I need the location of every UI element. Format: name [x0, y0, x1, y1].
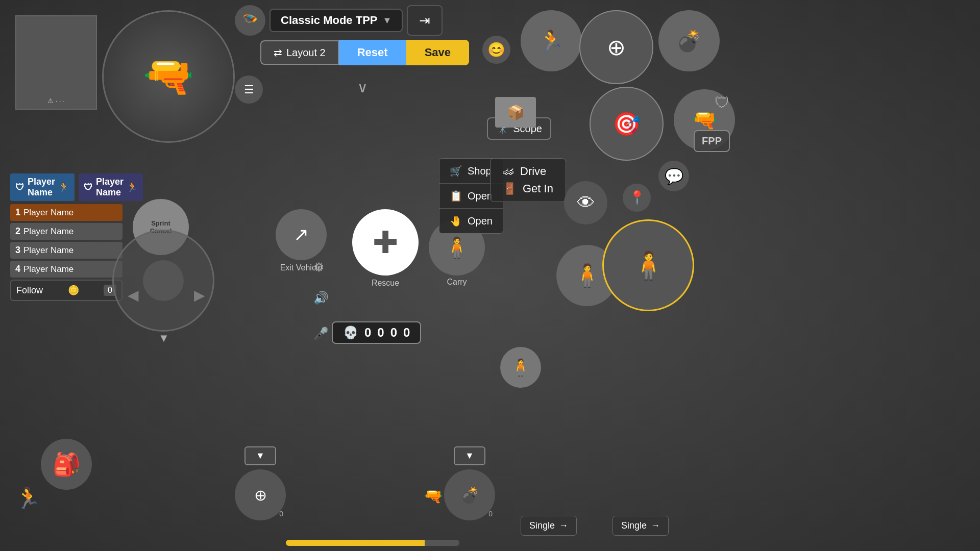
export-button[interactable]: ⇥ [407, 5, 443, 36]
menu-icon-button[interactable]: ☰ [235, 76, 263, 104]
player-num-4: 4 [15, 264, 20, 274]
pistol-icon: 🔫 [424, 487, 443, 505]
sound-icon-button[interactable]: 🔊 [313, 291, 329, 305]
shop-label: Shop [468, 165, 492, 177]
player-entry-2[interactable]: 2 Player Name [10, 223, 122, 240]
save-button[interactable]: Save [406, 40, 469, 65]
player-entry-3[interactable]: 3 Player Name [10, 242, 122, 259]
shield-right-icon: 🛡 [715, 94, 730, 112]
chat-button[interactable]: 💬 [658, 161, 689, 191]
grenade-icon: 💣 [460, 486, 479, 504]
player-tab-1[interactable]: 🛡 Player Name 🏃 [10, 173, 75, 201]
ammo-counter: 💀 0 0 0 0 [332, 321, 421, 344]
fpp-label: FPP [702, 135, 722, 146]
player-tab-2[interactable]: 🛡 Player Name 🏃 [79, 173, 143, 201]
player-name-4: Player Name [23, 264, 74, 274]
backpack-icon[interactable]: 🎒 [41, 439, 92, 490]
gear-icon-button[interactable]: ⚙ [313, 260, 325, 274]
supply-icon: 📦 [507, 104, 525, 121]
mic-icon-button[interactable]: 🎤 [313, 327, 329, 341]
person-run-icon: 🏃 [15, 486, 41, 510]
ammo-val-4: 0 [403, 325, 410, 340]
grenade-button[interactable]: 💣 0 [444, 469, 495, 520]
drive-label: Drive [520, 165, 546, 178]
open-icon-1: 📋 [450, 190, 462, 202]
joystick-inner [143, 260, 184, 301]
fire-mode-left-arrow: → [559, 520, 568, 531]
parachute-icon: 🪂 [242, 13, 258, 28]
rescue-button[interactable]: ✚ [352, 209, 419, 276]
chevron-down-center[interactable]: ∨ [357, 79, 368, 96]
preview-box: ⚠ · · · [15, 15, 97, 110]
fire-mode-right-label: Single [621, 520, 647, 531]
reset-label: Reset [357, 46, 388, 59]
backpack-glyph: 🎒 [53, 451, 81, 478]
hud-grenade[interactable]: 💣 [658, 10, 720, 71]
bottom-dropdown-left[interactable]: ▼ [244, 446, 276, 465]
layout-label: Layout 2 [286, 47, 326, 59]
parachute-button[interactable]: 🪂 [235, 5, 265, 36]
fire-mode-left-label: Single [529, 520, 555, 531]
hud-run-icon[interactable]: 🏃 [521, 10, 582, 71]
bottom-dropdown-right[interactable]: ▼ [454, 446, 485, 465]
player-entry-4[interactable]: 4 Player Name [10, 261, 122, 278]
ammo-val-1: 0 [364, 325, 371, 340]
location-icon: 📍 [629, 190, 645, 206]
fire-mode-right[interactable]: Single → [612, 516, 669, 536]
rescue-area: ✚ Rescue [352, 209, 419, 288]
get-in-label: Get In [523, 182, 553, 195]
gear-icon: ⚙ [313, 260, 325, 274]
top-bar: 🪂 Classic Mode TPP ▼ ⇥ [235, 5, 443, 36]
drive-item[interactable]: 🏎 Drive [503, 165, 553, 178]
medkit-icon: ⊕ [254, 486, 267, 504]
rescue-label: Rescue [372, 279, 399, 288]
player-list-header: 🛡 Player Name 🏃 🛡 Player Name 🏃 [10, 173, 122, 201]
compass-area: 🔫 [102, 10, 235, 143]
chevron-down-icon: ∨ [357, 80, 368, 95]
sound-icon: 🔊 [313, 291, 329, 305]
player-shield-icon-2: 🛡 [84, 182, 93, 193]
player-name-1: Player Name [23, 208, 74, 218]
player-num-2: 2 [15, 226, 20, 237]
player-name-3: Player Name [23, 245, 74, 256]
player-name-2: Player Name [23, 227, 74, 237]
layout-button[interactable]: ⇄ Layout 2 [260, 40, 339, 65]
preview-warning: ⚠ · · · [47, 97, 65, 105]
joystick-outer[interactable] [112, 230, 214, 332]
fire-mode-right-arrow: → [651, 520, 660, 531]
location-button[interactable]: 📍 [623, 184, 651, 212]
hud-crosshair[interactable]: ⊕ [579, 10, 653, 84]
fpp-button[interactable]: FPP [694, 130, 730, 152]
ammo-val-3: 0 [390, 325, 397, 340]
medkit-button[interactable]: ⊕ 0 [235, 469, 286, 520]
hud-kneeling-shooter[interactable]: 🎯 [590, 87, 664, 161]
mode-dropdown[interactable]: Classic Mode TPP ▼ [270, 9, 403, 32]
mode-label: Classic Mode TPP [281, 14, 378, 27]
arrow-down-button[interactable]: ▼ [158, 332, 169, 345]
get-in-item[interactable]: 🚪 Get In [503, 182, 553, 195]
player-num-1: 1 [15, 207, 20, 218]
supply-box[interactable]: 📦 [495, 97, 536, 128]
emote-button[interactable]: 😊 [482, 36, 510, 64]
follow-button[interactable]: Follow 🪙 0 [10, 280, 122, 301]
layout-swap-icon: ⇄ [274, 46, 282, 59]
reset-button[interactable]: Reset [339, 40, 406, 65]
grenade-count: 0 [488, 510, 493, 518]
eye-button[interactable]: 👁 [564, 181, 607, 224]
hud-person-2-highlighted[interactable]: 🧍 [602, 219, 694, 311]
bottom-right-ctrl: ▼ 💣 0 [444, 446, 495, 520]
ammo-icon: 💀 [343, 325, 358, 340]
player-shield-icon-1: 🛡 [15, 182, 24, 193]
player-entry-1[interactable]: 1 Player Name [10, 204, 122, 221]
context-open-2[interactable]: 🤚 Open [439, 209, 503, 233]
shop-icon: 🛒 [450, 165, 462, 177]
open-icon-2: 🤚 [450, 215, 462, 227]
fire-mode-left[interactable]: Single → [521, 516, 577, 536]
eye-icon: 👁 [577, 192, 595, 214]
joystick-area[interactable] [112, 230, 214, 332]
open-label-2: Open [468, 215, 493, 227]
hud-person-3[interactable]: 🧍 [500, 347, 541, 388]
player-header-2-run-icon: 🏃 [127, 182, 138, 193]
exit-vehicle-button[interactable]: ↗ [276, 209, 327, 260]
drive-icon: 🏎 [503, 165, 514, 178]
